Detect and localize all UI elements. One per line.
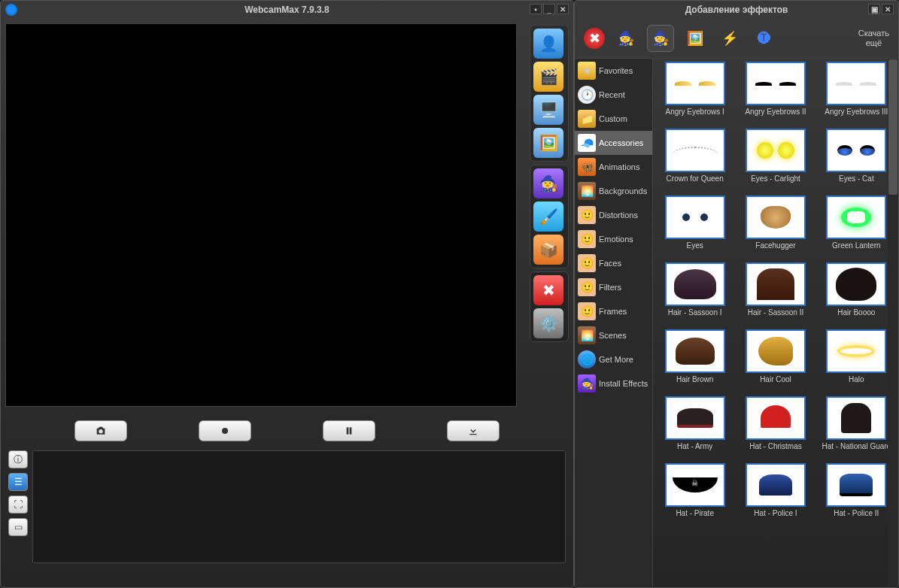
effect-thumbnail[interactable] bbox=[826, 329, 886, 373]
category-faces[interactable]: 🙂Faces bbox=[575, 251, 652, 275]
grid-scrollbar[interactable] bbox=[888, 59, 898, 586]
category-accessories[interactable]: 🧢Accessories bbox=[575, 131, 652, 155]
category-animations[interactable]: 🦋Animations bbox=[575, 155, 652, 179]
effect-thumbnail[interactable] bbox=[826, 463, 886, 507]
effects-grid: Angry Eyebrows IAngry Eyebrows IIAngry E… bbox=[656, 62, 895, 527]
category-favorites[interactable]: ★Favorites bbox=[575, 59, 652, 83]
category-install-effects[interactable]: 🧙Install Effects bbox=[575, 371, 652, 396]
category-frames[interactable]: 🙂Frames bbox=[575, 299, 652, 323]
pause-button[interactable] bbox=[323, 420, 375, 441]
main-window: WebcamMax 7.9.3.8 ▪ _ ✕ 👤 🎬 🖥️ 🖼️ 🧙 🖌️ 📦 bbox=[0, 0, 574, 588]
effect-item: Angry Eyebrows III bbox=[818, 62, 895, 126]
video-preview[interactable] bbox=[5, 23, 517, 407]
effect-thumbnail[interactable] bbox=[665, 62, 725, 105]
effects-pin-button[interactable]: ▣ bbox=[868, 4, 880, 14]
effect-thumbnail[interactable] bbox=[826, 396, 886, 440]
category-label: Scenes bbox=[599, 331, 627, 340]
effect-thumbnail[interactable] bbox=[746, 195, 806, 239]
effect-thumbnail[interactable] bbox=[665, 262, 725, 306]
thumbnails-list[interactable] bbox=[32, 450, 566, 563]
effect-thumbnail[interactable] bbox=[746, 129, 806, 172]
category-label: Frames bbox=[599, 307, 627, 316]
library-button[interactable]: 📦 bbox=[533, 235, 563, 265]
svg-rect-1 bbox=[347, 427, 349, 434]
category-custom[interactable]: 📁Custom bbox=[575, 107, 652, 131]
effect-label: Eyes bbox=[656, 241, 733, 259]
category-get-more[interactable]: 🌐Get More bbox=[575, 347, 652, 371]
category-scenes[interactable]: 🌅Scenes bbox=[575, 323, 652, 347]
frame-button[interactable]: ▭ bbox=[8, 518, 28, 536]
effect-item: Hat - Army bbox=[656, 396, 733, 460]
effect-thumbnail[interactable] bbox=[746, 396, 806, 440]
download-more-link[interactable]: Скачать ещё bbox=[858, 29, 889, 48]
effect-label: Facehugger bbox=[737, 241, 814, 259]
download-button[interactable] bbox=[447, 420, 500, 441]
effects-close-button[interactable]: ✕ bbox=[882, 4, 894, 14]
effect-thumbnail[interactable] bbox=[746, 329, 806, 373]
list-button[interactable]: ☰ bbox=[8, 473, 28, 491]
wizard-hat-icon[interactable]: 🧙 bbox=[612, 25, 639, 52]
effect-thumbnail[interactable] bbox=[826, 262, 886, 306]
effect-thumbnail[interactable] bbox=[665, 396, 725, 440]
effect-item: Facehugger bbox=[737, 195, 814, 259]
effect-item: Hat - National Guard bbox=[818, 396, 895, 460]
category-distortions[interactable]: 🙂Distortions bbox=[575, 203, 652, 227]
hat-police2-icon bbox=[840, 474, 873, 496]
fullscreen-button[interactable]: ⛶ bbox=[8, 496, 28, 514]
wizard-active-button[interactable]: 🧙 bbox=[647, 25, 674, 52]
effect-label: Hat - Pirate bbox=[656, 509, 733, 527]
minimize-button[interactable]: ▪ bbox=[530, 4, 542, 14]
hair-cool-icon bbox=[758, 337, 793, 365]
svg-rect-2 bbox=[350, 427, 352, 434]
add-image-button[interactable]: 🖼️ bbox=[682, 25, 709, 52]
effect-item: Halo bbox=[818, 329, 895, 393]
hat-guard-icon bbox=[841, 403, 871, 433]
category-label: Custom bbox=[599, 114, 627, 123]
effect-item: Angry Eyebrows II bbox=[737, 62, 814, 126]
category-filters[interactable]: 🙂Filters bbox=[575, 275, 652, 299]
add-flash-button[interactable]: ⚡ bbox=[716, 25, 743, 52]
remove-effect-button[interactable]: ✖ bbox=[584, 28, 605, 49]
maximize-button[interactable]: _ bbox=[543, 4, 555, 14]
hair-brown-icon bbox=[676, 338, 715, 365]
source-desktop-button[interactable]: 🖥️ bbox=[533, 95, 563, 125]
effect-thumbnail[interactable] bbox=[746, 62, 806, 105]
effects-title: Добавление эффектов bbox=[685, 5, 788, 15]
paint-button[interactable]: 🖌️ bbox=[533, 202, 563, 232]
category-recent[interactable]: 🕐Recent bbox=[575, 83, 652, 107]
effect-thumbnail[interactable] bbox=[665, 195, 725, 239]
effect-thumbnail[interactable] bbox=[746, 463, 806, 507]
source-webcam-button[interactable]: 👤 bbox=[533, 29, 563, 59]
effect-item: Green Lantern bbox=[818, 195, 895, 259]
effect-thumbnail[interactable] bbox=[746, 262, 806, 306]
category-emotions[interactable]: 🙂Emotions bbox=[575, 227, 652, 251]
effect-label: Hair Cool bbox=[737, 375, 814, 393]
scroll-thumb[interactable] bbox=[888, 59, 897, 195]
effect-thumbnail[interactable] bbox=[826, 195, 886, 239]
effect-thumbnail[interactable] bbox=[665, 463, 725, 507]
hair-dark-icon bbox=[674, 269, 716, 299]
source-image-button[interactable]: 🖼️ bbox=[533, 128, 563, 158]
info-button[interactable]: ⓘ bbox=[8, 450, 28, 468]
effect-thumbnail[interactable] bbox=[826, 62, 886, 105]
record-button[interactable] bbox=[199, 420, 251, 441]
source-video-button[interactable]: 🎬 bbox=[533, 62, 563, 92]
category-backgrounds[interactable]: 🌅Backgrounds bbox=[575, 179, 652, 203]
main-content: 👤 🎬 🖥️ 🖼️ 🧙 🖌️ 📦 ✖ ⚙️ bbox=[1, 19, 573, 411]
add-text-button[interactable]: 🅣 bbox=[751, 25, 778, 52]
svg-point-0 bbox=[222, 428, 228, 434]
more-line2: ещё bbox=[858, 38, 889, 48]
effect-thumbnail[interactable] bbox=[826, 129, 886, 172]
snapshot-button[interactable] bbox=[74, 420, 127, 441]
settings-button[interactable]: ⚙️ bbox=[533, 308, 563, 338]
hair-bangs-icon bbox=[757, 268, 794, 300]
effects-wizard-button[interactable]: 🧙 bbox=[533, 168, 563, 199]
effect-thumbnail[interactable] bbox=[665, 129, 725, 172]
effect-item: Eyes - Carlight bbox=[737, 129, 814, 192]
effect-thumbnail[interactable] bbox=[665, 329, 725, 373]
effects-categories: ★Favorites🕐Recent📁Custom🧢Accessories🦋Ani… bbox=[575, 59, 653, 586]
stop-button[interactable]: ✖ bbox=[533, 275, 563, 305]
lantern-icon bbox=[841, 208, 871, 227]
effects-grid-wrap: Angry Eyebrows IAngry Eyebrows IIAngry E… bbox=[653, 59, 898, 586]
close-button[interactable]: ✕ bbox=[557, 4, 569, 14]
